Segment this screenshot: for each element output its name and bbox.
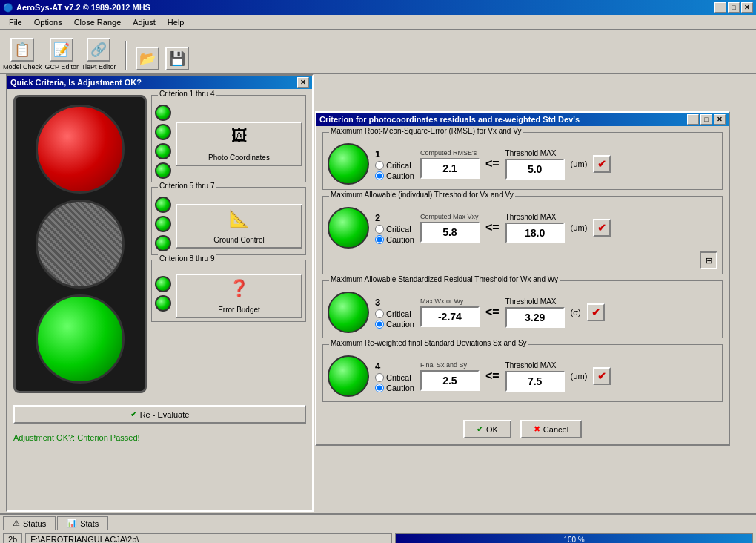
quick-criteria-title-text: Quick Criteria, Is Adjustment OK? (10, 78, 142, 87)
status-info-bar: 2b F:\AEROTRIANGULACJA\2b\ 100 % (0, 532, 756, 543)
red-light (36, 105, 125, 194)
section-3-check-button[interactable]: ✔ (587, 303, 605, 321)
status-cell-id: 2b (3, 533, 22, 543)
section-2-indicator (328, 207, 369, 249)
section-3-threshold-input[interactable] (505, 307, 565, 328)
section-2-computed-value[interactable]: 5.8 (420, 222, 480, 243)
traffic-light-panel (13, 95, 147, 393)
section-4-leq: <= (485, 369, 500, 383)
photo-coord-label: Photo Coordinates (208, 154, 270, 162)
cd-close-button[interactable]: ✕ (714, 114, 726, 125)
section-2-threshold-input[interactable] (505, 223, 565, 243)
section-2-check-button[interactable]: ✔ (593, 219, 611, 237)
progress-label: 100 % (563, 536, 584, 544)
photo-coord-icon: 🖼 (231, 127, 248, 146)
main-toolbar: 📋 Model Check 📝 GCP Editor 🔗 TiePt Edito… (0, 30, 756, 74)
section-2-critical-radio[interactable] (375, 225, 384, 234)
section-4-computed-value[interactable]: 2.5 (420, 370, 480, 391)
section-1-title: Maximum Root-Mean-Square-Error (RMSE) fo… (329, 127, 523, 135)
section-4-num: 4 (375, 361, 414, 372)
cd-minimize-button[interactable]: _ (687, 114, 699, 125)
status-tab-label: Status (23, 519, 46, 528)
yellow-light (36, 200, 125, 289)
section-4-check-button[interactable]: ✔ (593, 367, 611, 385)
status-tab-stats[interactable]: 📊 Stats (57, 516, 108, 530)
circle-1 (155, 105, 171, 121)
section-4-unit: (μm) (571, 372, 588, 381)
section-4-caution-radio[interactable] (375, 384, 384, 392)
section-1-unit: (μm) (571, 159, 588, 168)
status-cell-path: F:\AEROTRIANGULACJA\2b\ (25, 533, 392, 543)
photo-coord-circles (155, 105, 171, 179)
section-1-caution-radio[interactable] (375, 171, 384, 180)
section-3-unit: (σ) (571, 308, 581, 317)
section-2-unit: (μm) (571, 223, 588, 232)
menu-adjust[interactable]: Adjust (127, 16, 162, 28)
toolbar-icon-1: 📂 (136, 47, 159, 70)
circle-9 (155, 295, 171, 312)
section-1-check-button[interactable]: ✔ (593, 155, 611, 173)
model-check-button[interactable]: 📋 Model Check (3, 38, 42, 70)
ok-button[interactable]: ✔ OK (463, 420, 511, 438)
tiept-editor-button[interactable]: 🔗 TiePt Editor (82, 38, 116, 70)
section-2-caution-radio[interactable] (375, 235, 384, 244)
criterion-dialog: Criterion for photocoordinates residuals… (315, 111, 730, 446)
section-2-leq: <= (485, 221, 500, 234)
section-4-threshold-input[interactable] (505, 371, 565, 392)
toolbar-extra-btn2[interactable]: 💾 (165, 47, 189, 70)
menu-options[interactable]: Options (28, 16, 68, 28)
criterion-section-2: Maximum Allowable (indivdual) Threshold … (322, 196, 723, 274)
criterion-section-4: Maximum Re-weighted final Standard Devia… (322, 344, 723, 402)
section-1-radio-group: Critical Caution (375, 161, 414, 180)
model-check-icon: 📋 (10, 38, 34, 62)
section-2-extra-btn[interactable]: ⊞ (700, 251, 717, 269)
circle-8 (155, 276, 171, 292)
toolbar-icon-2: 💾 (165, 47, 189, 70)
menu-help[interactable]: Help (162, 16, 190, 28)
section-3-threshold-group: Threshold MAX (505, 297, 565, 328)
gcp-editor-icon: 📝 (50, 38, 73, 62)
section-4-computed-label: Final Sx and Sy (420, 361, 480, 369)
section-4-threshold-group: Threshold MAX (505, 361, 565, 392)
menu-file[interactable]: File (3, 16, 28, 28)
circle-2 (155, 124, 171, 140)
section-1-threshold-label: Threshold MAX (505, 149, 565, 157)
error-budget-circles (155, 276, 171, 312)
criterion-group-5-7: Criterion 5 thru 7 📐 Ground Control (151, 187, 306, 255)
photo-coord-box[interactable]: 🖼 Photo Coordinates (176, 122, 302, 166)
toolbar-extra-btn1[interactable]: 📂 (136, 47, 159, 70)
circle-4 (155, 162, 171, 179)
section-1-threshold-input[interactable] (505, 159, 565, 180)
status-tab-status[interactable]: ⚠ Status (3, 516, 56, 530)
criterion-section-1: Maximum Root-Mean-Square-Error (RMSE) fo… (322, 132, 723, 190)
section-3-computed-value[interactable]: -2.74 (420, 306, 480, 327)
minimize-button[interactable]: _ (714, 2, 726, 13)
maximize-button[interactable]: □ (728, 2, 740, 13)
cancel-button[interactable]: ✖ Cancel (520, 420, 582, 438)
cd-restore-button[interactable]: □ (700, 114, 712, 125)
qc-close-button[interactable]: ✕ (297, 77, 309, 88)
section-1-critical-radio[interactable] (375, 161, 384, 170)
progress-fill: 100 % (396, 534, 752, 543)
section-3-computed-label: Max Wx or Wy (420, 297, 480, 305)
re-evaluate-button[interactable]: ✔ Re - Evaluate (13, 405, 306, 424)
cancel-x-icon: ✖ (534, 424, 540, 434)
close-button[interactable]: ✕ (741, 2, 753, 13)
ground-ctrl-icon: 📐 (229, 209, 249, 228)
checkmark-icon: ✔ (130, 409, 137, 419)
ground-ctrl-box[interactable]: 📐 Ground Control (176, 204, 302, 249)
menu-close-range[interactable]: Close Range (68, 16, 127, 28)
criterion-group-1-4-title: Criterion 1 thru 4 (158, 90, 216, 98)
error-budget-box[interactable]: ❓ Error Budget (176, 274, 302, 318)
gcp-editor-button[interactable]: 📝 GCP Editor (45, 38, 79, 70)
section-3-radio-group: Critical Caution (375, 309, 414, 329)
section-2-title: Maximum Allowable (indivdual) Threshold … (329, 191, 515, 199)
section-1-computed-label: Computed RMSE's (420, 149, 480, 157)
section-4-critical-radio[interactable] (375, 373, 384, 382)
quick-criteria-title: Quick Criteria, Is Adjustment OK? ✕ (7, 76, 312, 89)
section-2-num: 2 (375, 212, 414, 223)
section-3-caution-radio[interactable] (375, 320, 384, 329)
circle-3 (155, 143, 171, 159)
section-3-critical-radio[interactable] (375, 309, 384, 318)
section-1-computed-value[interactable]: 2.1 (420, 158, 480, 179)
